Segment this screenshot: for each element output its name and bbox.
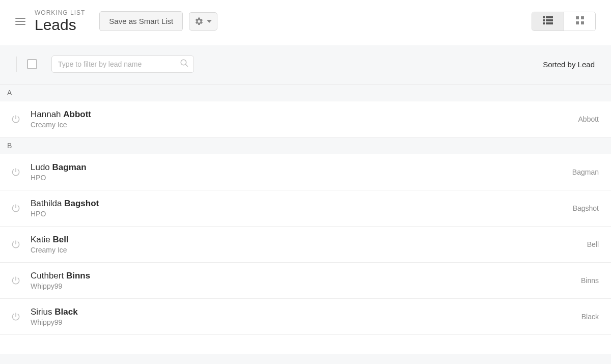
svg-rect-7 <box>581 16 584 19</box>
gear-icon <box>195 17 204 26</box>
lead-name: Ludo Bagman <box>31 162 572 173</box>
svg-rect-3 <box>546 19 553 21</box>
first-name: Bathilda <box>31 199 64 208</box>
view-toggle <box>532 12 596 31</box>
lead-name: Bathilda Bagshot <box>31 199 573 209</box>
section-header: A <box>0 85 611 101</box>
page-title: Leads <box>35 16 85 33</box>
page-supertitle: WORKING LIST <box>35 9 85 16</box>
lead-row[interactable]: Ludo BagmanHPOBagman <box>0 154 611 190</box>
menu-toggle[interactable] <box>15 18 25 25</box>
lead-company: Whippy99 <box>31 282 581 290</box>
list-view-icon <box>543 16 553 26</box>
lead-company: Creamy Ice <box>31 246 587 254</box>
grid-view-icon <box>576 16 584 26</box>
lead-sort-key: Bagman <box>572 168 599 176</box>
search-wrap <box>51 55 194 73</box>
svg-rect-2 <box>543 19 545 21</box>
lead-info: Sirius BlackWhippy99 <box>31 307 581 326</box>
lead-row[interactable]: Cuthbert BinnsWhippy99Binns <box>0 263 611 299</box>
power-icon <box>10 114 21 125</box>
svg-rect-6 <box>576 16 579 19</box>
power-icon <box>10 203 21 214</box>
lead-row[interactable]: Bathilda BagshotHPOBagshot <box>0 190 611 227</box>
lead-row[interactable]: Sirius BlackWhippy99Black <box>0 299 611 335</box>
first-name: Cuthbert <box>31 271 66 281</box>
lead-row[interactable]: Hannah AbbottCreamy IceAbbott <box>0 101 611 137</box>
title-block: WORKING LIST Leads <box>35 9 85 33</box>
power-icon <box>10 239 21 250</box>
last-name: Abbott <box>63 109 91 119</box>
list-view-button[interactable] <box>532 12 564 31</box>
filter-bar: Sorted by Lead <box>0 45 611 84</box>
svg-rect-4 <box>543 22 545 24</box>
lead-company: HPO <box>31 174 572 182</box>
lead-info: Hannah AbbottCreamy Ice <box>31 109 578 129</box>
last-name: Bagshot <box>64 199 99 208</box>
lead-sort-key: Black <box>581 313 599 321</box>
svg-rect-5 <box>546 22 553 24</box>
lead-sort-key: Bell <box>587 240 599 248</box>
svg-rect-8 <box>576 21 579 24</box>
svg-rect-9 <box>581 21 584 24</box>
last-name: Black <box>54 307 77 317</box>
lead-info: Cuthbert BinnsWhippy99 <box>31 271 581 290</box>
power-icon <box>10 166 21 178</box>
lead-info: Ludo BagmanHPO <box>31 162 572 182</box>
lead-name: Sirius Black <box>31 307 581 317</box>
lead-info: Bathilda BagshotHPO <box>31 199 573 218</box>
settings-dropdown[interactable] <box>189 12 217 31</box>
save-smart-list-button[interactable]: Save as Smart List <box>99 11 183 31</box>
lead-company: Creamy Ice <box>31 121 578 129</box>
grid-view-button[interactable] <box>564 12 595 31</box>
last-name: Binns <box>66 271 90 281</box>
svg-rect-0 <box>543 16 545 18</box>
svg-rect-1 <box>546 16 553 18</box>
lead-company: Whippy99 <box>31 318 581 326</box>
lead-info: Katie BellCreamy Ice <box>31 235 587 254</box>
last-name: Bagman <box>52 162 87 172</box>
first-name: Hannah <box>31 109 63 119</box>
lead-sort-key: Abbott <box>578 115 599 123</box>
lead-name: Cuthbert Binns <box>31 271 581 281</box>
lead-sort-key: Bagshot <box>573 204 599 212</box>
last-name: Bell <box>52 235 68 244</box>
first-name: Sirius <box>31 307 54 317</box>
first-name: Katie <box>31 235 52 244</box>
lead-row[interactable]: Katie BellCreamy IceBell <box>0 227 611 263</box>
select-all-checkbox[interactable] <box>27 59 37 69</box>
section-header: B <box>0 137 611 154</box>
power-icon <box>10 275 21 286</box>
topbar: WORKING LIST Leads Save as Smart List <box>0 0 611 45</box>
chevron-down-icon <box>207 20 212 23</box>
lead-list[interactable]: AHannah AbbottCreamy IceAbbottBLudo Bagm… <box>0 84 611 354</box>
power-icon <box>10 311 21 322</box>
search-input[interactable] <box>51 55 194 73</box>
divider <box>16 57 17 72</box>
lead-sort-key: Binns <box>581 276 599 285</box>
lead-name: Katie Bell <box>31 235 587 245</box>
lead-name: Hannah Abbott <box>31 109 578 120</box>
sort-label[interactable]: Sorted by Lead <box>543 60 595 69</box>
lead-company: HPO <box>31 210 573 218</box>
first-name: Ludo <box>31 162 52 172</box>
